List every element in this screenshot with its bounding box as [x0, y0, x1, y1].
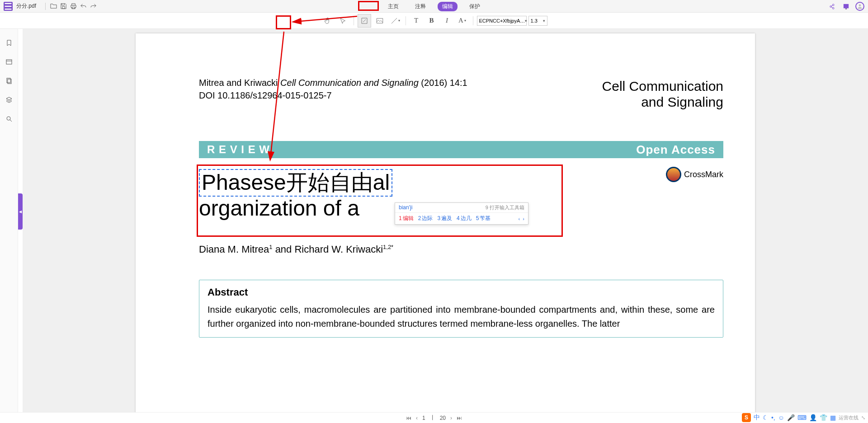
paper-authors: Diana M. Mitrea1 and Richard W. Kriwacki…	[199, 244, 393, 255]
font-name-value: ECPNCC+XfbjpyA…	[479, 18, 525, 24]
ime-popup[interactable]: bian'ji 9 打开输入工具箱 1编辑 2边际 3遍及 4边几 5苄基 ‹ …	[395, 202, 528, 225]
tab-edit[interactable]: 编辑	[438, 2, 458, 11]
separator	[406, 16, 406, 25]
paper-header-left: Mitrea and Kriwacki Cell Communication a…	[199, 76, 467, 102]
hand-tool-icon[interactable]	[321, 14, 335, 28]
last-page-button[interactable]: ⏭	[457, 415, 462, 421]
moon-icon[interactable]: ☾	[763, 414, 769, 421]
image-tool-icon[interactable]	[373, 14, 387, 28]
pdf-page: Mitrea and Kriwacki Cell Communication a…	[136, 33, 755, 412]
editing-text-selection[interactable]: Phasese开始自由al	[199, 169, 392, 197]
share-icon[interactable]	[826, 1, 836, 11]
font-format-icon[interactable]: A▾	[456, 14, 469, 28]
shirt-icon[interactable]: 👕	[820, 414, 827, 421]
paper-title-line1: Phasese开始自由al	[202, 170, 390, 194]
separator	[354, 16, 354, 25]
keyboard-icon[interactable]: ⌨	[797, 414, 807, 421]
divider	[45, 3, 46, 10]
edit-content-tool-icon[interactable]	[358, 14, 371, 28]
ime-candidate[interactable]: 5苄基	[476, 215, 491, 222]
ime-candidate[interactable]: 2边际	[418, 215, 433, 222]
review-label: R E V I E W	[207, 143, 270, 156]
svg-point-1	[859, 5, 861, 7]
separator	[473, 16, 473, 25]
first-page-button[interactable]: ⏮	[406, 415, 411, 421]
line-tool-icon[interactable]: ▾	[388, 14, 402, 28]
sidebar-collapse-handle[interactable]: ◀	[18, 193, 23, 230]
ime-candidate[interactable]: 3遍及	[437, 215, 452, 222]
crossmark-badge[interactable]: CrossMark	[666, 167, 723, 182]
ime-candidate[interactable]: 4边几	[457, 215, 472, 222]
ime-input-text: bian'ji	[399, 204, 412, 211]
svg-point-5	[7, 117, 10, 120]
grid-icon[interactable]: ▦	[830, 414, 836, 421]
collapse-icon[interactable]: ⤡	[861, 415, 865, 421]
punct-icon[interactable]: •,	[771, 414, 775, 421]
page-navigator: ⏮ ‹ 1 丨 20 › ⏭	[0, 412, 868, 423]
person-icon[interactable]: 👤	[809, 414, 817, 421]
user-avatar[interactable]	[855, 2, 864, 11]
current-page: 1	[422, 415, 425, 421]
select-tool-icon[interactable]	[336, 14, 350, 28]
svg-rect-0	[843, 4, 848, 8]
total-pages: 20	[440, 415, 446, 421]
bold-icon[interactable]: B	[425, 14, 439, 28]
abstract-heading: Abstract	[208, 287, 715, 298]
mic-icon[interactable]: 🎤	[787, 414, 795, 421]
ime-lang-indicator[interactable]: 中	[754, 414, 760, 422]
smile-icon[interactable]: ☺	[778, 414, 784, 421]
font-name-select[interactable]: ECPNCC+XfbjpyA…▾	[477, 16, 527, 26]
search-icon[interactable]	[4, 114, 14, 124]
edit-toolbar: ▾ T B I A▾ ECPNCC+XfbjpyA…▾ 1.3▾	[0, 13, 868, 29]
tab-protect[interactable]: 保护	[465, 2, 485, 11]
paper-title-line2: organization of a	[199, 196, 359, 220]
clipboard-icon[interactable]	[4, 76, 14, 86]
bookmarks-icon[interactable]	[4, 38, 14, 48]
undo-icon[interactable]	[78, 1, 88, 11]
left-sidebar	[0, 29, 18, 412]
open-folder-icon[interactable]	[48, 1, 58, 11]
page-separator: 丨	[430, 414, 435, 422]
font-size-value: 1.3	[531, 18, 538, 24]
input-method-taskbar[interactable]: S 中 ☾ •, ☺ 🎤 ⌨ 👤 👕 ▦ 运营在线 ⤡	[740, 413, 867, 423]
main-tabs: 主页 注释 编辑 保护	[383, 2, 485, 11]
review-bar: R E V I E W Open Access	[199, 141, 723, 158]
journal-brand: Cell Communicationand Signaling	[602, 79, 723, 110]
crossmark-icon	[666, 167, 681, 182]
crossmark-text: CrossMark	[684, 170, 723, 179]
menu-icon[interactable]	[4, 2, 13, 11]
italic-icon[interactable]: I	[440, 14, 454, 28]
ime-candidate[interactable]: 1编辑	[399, 215, 414, 222]
abstract-box: Abstract Inside eukaryotic cells, macrom…	[199, 280, 723, 338]
open-access-label: Open Access	[636, 143, 715, 157]
taskbar-label: 运营在线	[839, 414, 859, 421]
next-page-button[interactable]: ›	[450, 415, 452, 421]
svg-rect-2	[6, 60, 12, 64]
titlebar-right	[826, 1, 864, 11]
ime-tip: 9 打开输入工具箱	[486, 204, 524, 211]
font-size-select[interactable]: 1.3▾	[528, 16, 547, 26]
ime-candidate-list[interactable]: 1编辑 2边际 3遍及 4边几 5苄基 ‹ ›	[395, 213, 528, 224]
layers-icon[interactable]	[4, 95, 14, 105]
abstract-text: Inside eukaryotic cells, macromolecules …	[208, 303, 715, 331]
print-icon[interactable]	[68, 1, 78, 11]
titlebar: 分分.pdf 主页 注释 编辑 保护	[0, 0, 868, 13]
thumbnails-icon[interactable]	[4, 57, 14, 67]
tab-home[interactable]: 主页	[383, 2, 403, 11]
presentation-icon[interactable]	[841, 1, 851, 11]
ime-page-nav[interactable]: ‹ ›	[519, 216, 524, 221]
text-tool-icon[interactable]: T	[410, 14, 423, 28]
sogou-icon[interactable]: S	[742, 413, 751, 422]
filename: 分分.pdf	[16, 2, 36, 10]
document-canvas[interactable]: Mitrea and Kriwacki Cell Communication a…	[23, 29, 868, 412]
prev-page-button[interactable]: ‹	[416, 415, 418, 421]
save-icon[interactable]	[58, 1, 68, 11]
redo-icon[interactable]	[88, 1, 98, 11]
tab-annotate[interactable]: 注释	[410, 2, 430, 11]
